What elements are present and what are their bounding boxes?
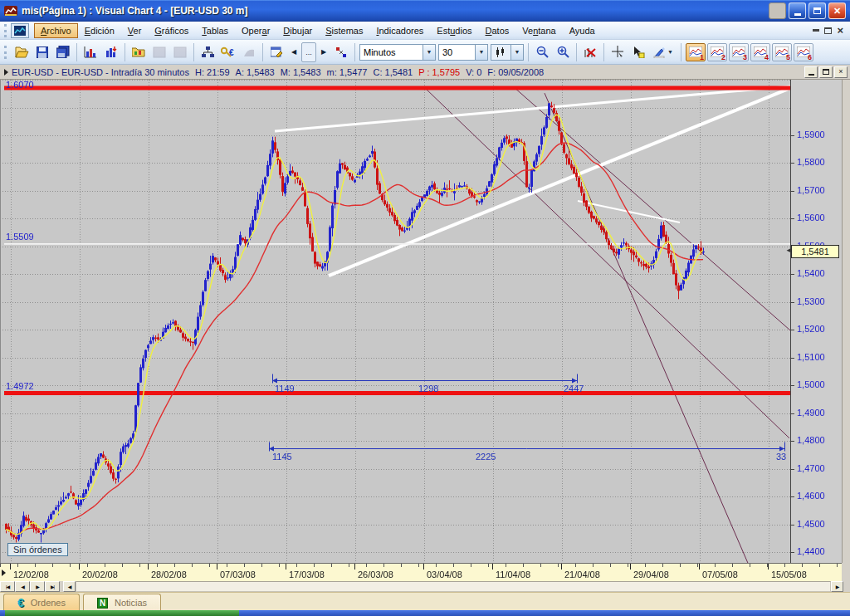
menu-item-edición[interactable]: Edición [78, 23, 121, 38]
pointer-note-button[interactable] [628, 42, 648, 62]
x-axis-label: 26/03/08 [358, 570, 393, 579]
y-axis-label: 1,5400 [797, 268, 825, 278]
hscroll-left-arrow[interactable]: ◀ [63, 581, 76, 592]
objects-chain-button[interactable] [331, 42, 351, 62]
menu-item-dibujar[interactable]: Dibujar [276, 23, 319, 38]
nav-last-button[interactable]: ▶| [45, 581, 60, 592]
chart-tool-button-disabled [239, 42, 259, 62]
chart-right-border [842, 80, 850, 563]
scroll-left-button[interactable]: ◀ [287, 42, 300, 62]
chart-titlebar: EUR-USD - EUR-USD - Intradía 30 minutosH… [0, 65, 850, 80]
chart-canvas[interactable] [1, 80, 843, 563]
nav-first-button[interactable]: |◀ [0, 581, 15, 592]
chart-header-field: H: 21:59 [195, 67, 230, 77]
y-axis-label: 1,5800 [797, 157, 825, 167]
tab-ordenes[interactable]: € Ordenes [3, 594, 80, 611]
menu-item-ventana[interactable]: Ventana [515, 23, 562, 38]
mdi-close-icon[interactable]: × [837, 24, 843, 37]
euro-icon: € [17, 596, 24, 609]
chart-nav-row: |◀ ◀ ▶ ▶| ◀ ▶ [0, 581, 850, 592]
bar-style-combo[interactable]: ▼ [491, 44, 524, 61]
close-button[interactable]: ✕ [828, 2, 846, 19]
restore-button[interactable] [808, 2, 826, 19]
menu-item-tablas[interactable]: Tablas [195, 23, 235, 38]
period-type-combo[interactable]: Minutos ▼ [359, 44, 436, 61]
no-orders-badge: Sin órdenes [7, 543, 68, 556]
x-axis-tick [492, 564, 493, 570]
table-new-button[interactable] [129, 42, 149, 62]
chevron-down-icon[interactable]: ▼ [475, 45, 487, 60]
measurement-label: 33 [776, 452, 786, 462]
candle-style-icon [491, 47, 510, 57]
extra-window-button[interactable] [769, 2, 786, 19]
menu-item-gráficos[interactable]: Gráficos [148, 23, 195, 38]
properties-button[interactable] [266, 42, 286, 62]
x-axis-tick [217, 564, 217, 570]
save-button[interactable] [32, 42, 52, 62]
menu-item-sistemas[interactable]: Sistemas [319, 23, 369, 38]
new-chart-button[interactable] [81, 42, 100, 62]
chart-import-button[interactable] [101, 42, 121, 62]
date-axis[interactable]: 12/02/0820/02/0828/02/0807/03/0817/03/08… [0, 563, 842, 581]
chevron-down-icon[interactable]: ▼ [423, 45, 435, 60]
table-edit-button-disabled [149, 42, 169, 62]
scroll-right-button[interactable]: ▶ [317, 42, 330, 62]
nav-prev-button[interactable]: ◀ [15, 581, 30, 592]
toolbar-grip[interactable] [4, 46, 8, 59]
y-axis-label: 1,4700 [797, 463, 825, 473]
hscroll-right-arrow[interactable]: ▶ [831, 581, 843, 592]
key-euro-button[interactable]: € [218, 42, 238, 62]
chart-window-button-4[interactable]: 4 [750, 43, 770, 61]
menubar: ArchivoEdiciónVerGráficosTablasOperarDib… [0, 22, 850, 40]
x-axis-tick [423, 564, 424, 570]
broker-network-button[interactable] [198, 42, 217, 62]
document-icon[interactable] [11, 23, 29, 38]
tab-noticias[interactable]: N Noticias [83, 594, 161, 611]
chart-window-button-6[interactable]: 6 [794, 43, 813, 61]
chart-header-field: V: 0 [466, 67, 481, 77]
zoom-in-icon[interactable] [553, 42, 573, 62]
x-axis-label: 11/04/08 [496, 570, 530, 579]
menu-item-archivo[interactable]: Archivo [34, 23, 78, 38]
mdi-restore-icon[interactable] [824, 27, 832, 34]
last-price-box: 1,5481 [791, 245, 839, 258]
period-value-combo[interactable]: 30 ▼ [438, 44, 488, 61]
chart-window-button-5[interactable]: 5 [772, 43, 792, 61]
save-all-button[interactable] [53, 42, 73, 62]
x-axis-tick [286, 564, 286, 570]
chart-minimize-button[interactable] [804, 66, 818, 78]
x-axis-label: 20/02/08 [82, 570, 118, 579]
news-icon: N [97, 598, 108, 609]
chart-window-button-3[interactable]: 3 [729, 43, 749, 61]
menu-item-operar[interactable]: Operar [235, 23, 276, 38]
menubar-grip[interactable] [4, 24, 8, 37]
menu-item-indicadores[interactable]: Indicadores [369, 23, 430, 38]
mdi-minimize-icon[interactable] [813, 29, 819, 32]
app-titlebar: mis(Página 1) : Visual Chart 4 - [EUR-US… [0, 0, 850, 22]
zoom-out-icon[interactable] [532, 42, 552, 62]
x-axis-tick [561, 564, 562, 570]
minimize-button[interactable] [789, 2, 806, 19]
menu-item-datos[interactable]: Datos [479, 23, 516, 38]
chart-close-button[interactable]: × [834, 66, 848, 78]
price-level-label: 1.4972 [6, 381, 34, 391]
hscroll-track[interactable] [76, 581, 831, 592]
x-axis-tick [10, 564, 11, 570]
open-file-button[interactable] [12, 42, 32, 62]
chart-header-field: M: 1,5483 [281, 67, 321, 77]
menu-item-estudios[interactable]: Estudios [430, 23, 478, 38]
menu-item-ver[interactable]: Ver [121, 23, 149, 38]
menu-item-ayuda[interactable]: Ayuda [563, 23, 602, 38]
chart-window-button-2[interactable]: 2 [707, 43, 727, 61]
chevron-down-icon[interactable]: ▼ [510, 45, 523, 60]
measurement-label: 2447 [564, 384, 584, 394]
nav-next-button[interactable]: ▶ [30, 581, 45, 592]
range-dots-button[interactable]: ... [301, 42, 316, 62]
taskbar-strip [0, 610, 850, 616]
remove-indicator-button[interactable] [580, 42, 600, 62]
x-axis-tick [354, 564, 355, 570]
chart-window-button-1[interactable]: 1 [686, 43, 706, 61]
chart-restore-button[interactable] [819, 66, 833, 78]
crosshair-cursor-button[interactable] [608, 42, 628, 62]
draw-pen-button[interactable]: ▼ [649, 42, 677, 62]
